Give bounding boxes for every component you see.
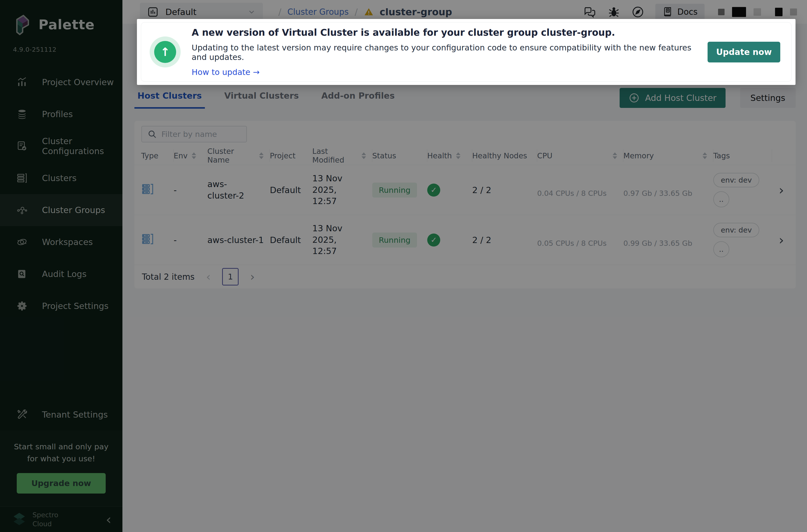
banner-title: A new version of Virtual Cluster is avai… bbox=[192, 27, 697, 38]
banner-description: Updating to the latest version may requi… bbox=[192, 43, 697, 62]
update-available-icon: ↑ bbox=[150, 36, 181, 68]
arrow-up-icon: ↑ bbox=[154, 41, 176, 63]
update-now-button[interactable]: Update now bbox=[708, 42, 780, 62]
update-banner: ↑ A new version of Virtual Cluster is av… bbox=[141, 22, 791, 82]
how-to-update-link[interactable]: How to update → bbox=[192, 68, 260, 77]
banner-spotlight: ↑ A new version of Virtual Cluster is av… bbox=[137, 19, 795, 85]
